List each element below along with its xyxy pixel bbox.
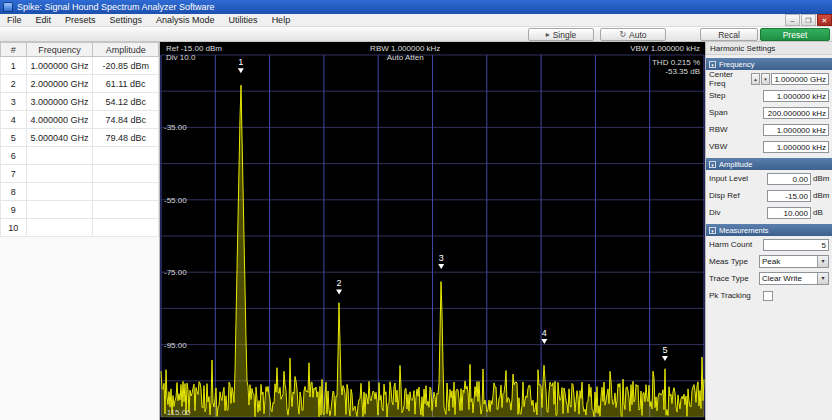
vbw-input[interactable]: 1.000000 kHz [763,141,829,153]
table-row[interactable]: 10 [1,219,159,237]
div-unit: dB [811,208,829,217]
peak-marker-label: 2 [337,278,342,288]
single-sweep-label: Single [553,30,577,40]
menu-item-analysis-mode[interactable]: Analysis Mode [149,14,222,27]
meas-type-select[interactable]: Peak ▾ [759,255,829,268]
harmonic-settings-panel: Harmonic Settings ▾ Frequency Center Fre… [705,42,832,420]
collapse-icon: ▾ [709,161,716,168]
table-row[interactable]: 6 [1,147,159,165]
harmonic-table: # Frequency Amplitude 11.000000 GHz-20.8… [0,42,159,237]
pk-tracking-checkbox[interactable] [763,291,773,301]
menu-item-settings[interactable]: Settings [103,14,150,27]
maximize-button[interactable]: ❐ [801,14,816,26]
harm-count-input[interactable]: 5 [763,239,829,251]
frequency-cell: 5.000040 GHz [26,129,93,147]
trace-type-value: Clear Write [760,273,817,284]
menu-item-utilities[interactable]: Utilities [222,14,265,27]
vbw-row: VBW1.000000 kHz [706,138,832,155]
auto-sweep-button[interactable]: ↻ Auto [600,28,666,41]
table-row[interactable]: 22.000000 GHz61.11 dBc [1,75,159,93]
thd-db-text: -53.35 dB [652,67,700,76]
trace-type-select[interactable]: Clear Write ▾ [759,272,829,285]
center-freq-row: Center Freq▴▾1.000000 GHz [706,70,832,87]
span-row: Span200.000000 kHz [706,104,832,121]
step-input[interactable]: 1.000000 kHz [763,90,829,102]
menu-item-presets[interactable]: Presets [58,14,103,27]
center-freq-input[interactable]: 1.000000 GHz [771,73,829,85]
frequency-cell: 2.000000 GHz [26,75,93,93]
frequency-section-header[interactable]: ▾ Frequency [706,58,832,70]
frequency-section-label: Frequency [719,60,754,69]
auto-sweep-icon: ↻ [619,30,626,39]
single-sweep-button[interactable]: ▸ Single [528,28,594,41]
div-label: Div [709,208,767,217]
close-button[interactable]: ✕ [817,14,832,26]
spin-up-button[interactable]: ▴ [751,73,760,85]
table-header-row: # Frequency Amplitude [1,43,159,57]
measurements-section-header[interactable]: ▾ Measurements [706,224,832,236]
table-row[interactable]: 33.000000 GHz54.12 dBc [1,93,159,111]
y-axis-label: -55.00 [164,196,187,205]
spectrum-plot[interactable]: 12345-35.00-55.00-75.00-95.00-115.00 Ref… [160,42,705,420]
span-input[interactable]: 200.000000 kHz [763,107,829,119]
preset-button[interactable]: Preset [760,28,830,41]
frequency-cell [26,219,93,237]
input-level-input[interactable]: 0.00 [767,173,811,185]
amplitude-section-body: Input Level0.00dBmDisp Ref-15.00dBmDiv10… [706,170,832,221]
chevron-down-icon: ▾ [817,273,828,284]
amplitude-cell [93,165,159,183]
table-row[interactable]: 55.000040 GHz79.48 dBc [1,129,159,147]
peak-marker-icon[interactable] [438,264,444,269]
peak-marker-icon[interactable] [662,356,668,361]
collapse-icon: ▾ [709,61,716,68]
amplitude-cell [93,219,159,237]
trace-type-label: Trace Type [709,274,759,283]
column-header-frequency: Frequency [26,43,93,57]
menu-item-file[interactable]: File [0,14,29,27]
vbw-label: VBW [709,142,763,151]
input-level-label: Input Level [709,174,767,183]
atten-text: Auto Atten [160,53,651,62]
spectrum-plot-canvas[interactable]: 12345-35.00-55.00-75.00-95.00-115.00 [160,42,705,420]
minimize-button[interactable]: – [785,14,800,26]
disp-ref-input[interactable]: -15.00 [767,190,811,202]
amplitude-cell [93,183,159,201]
step-row: Step1.000000 kHz [706,87,832,104]
harm-count-row: Harm Count 5 [706,236,832,253]
column-header-amplitude: Amplitude [93,43,159,57]
amplitude-cell [93,201,159,219]
peak-marker-icon[interactable] [336,289,342,294]
table-row[interactable]: 7 [1,165,159,183]
app-icon [3,2,13,12]
amplitude-cell: 79.48 dBc [93,129,159,147]
peak-marker-icon[interactable] [541,339,547,344]
div-input[interactable]: 10.000 [767,207,811,219]
auto-sweep-label: Auto [629,30,647,40]
frequency-cell [26,201,93,219]
table-row[interactable]: 44.000000 GHz74.84 dBc [1,111,159,129]
table-row[interactable]: 9 [1,201,159,219]
harmonic-index-cell: 2 [1,75,27,93]
table-row[interactable]: 8 [1,183,159,201]
recal-label: Recal [718,30,740,40]
peak-marker-icon[interactable] [238,68,244,73]
menu-item-edit[interactable]: Edit [29,14,59,27]
harmonic-index-cell: 6 [1,147,27,165]
recal-button[interactable]: Recal [700,28,758,41]
meas-type-value: Peak [760,256,817,267]
harmonic-index-cell: 10 [1,219,27,237]
menu-item-help[interactable]: Help [265,14,298,27]
amplitude-section-header[interactable]: ▾ Amplitude [706,158,832,170]
table-row[interactable]: 11.000000 GHz-20.85 dBm [1,57,159,75]
harmonic-index-cell: 3 [1,93,27,111]
preset-label: Preset [783,30,808,40]
vbw-text: VBW 1.000000 kHz [630,44,700,53]
frequency-cell: 4.000000 GHz [26,111,93,129]
pk-tracking-label: Pk Tracking [709,291,763,300]
disp-ref-label: Disp Ref [709,191,767,200]
spin-down-button[interactable]: ▾ [761,73,770,85]
rbw-row: RBW1.000000 kHz [706,121,832,138]
rbw-input[interactable]: 1.000000 kHz [763,124,829,136]
div-row: Div10.000dB [706,204,832,221]
menu-items: FileEditPresetsSettingsAnalysis ModeUtil… [0,14,297,27]
